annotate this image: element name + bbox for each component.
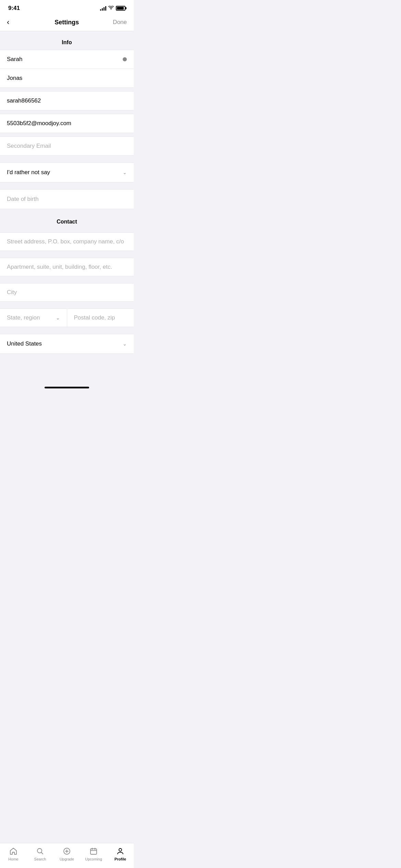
page-title: Settings bbox=[54, 19, 79, 26]
status-bar: 9:41 bbox=[0, 0, 134, 14]
zip-field[interactable] bbox=[67, 309, 134, 327]
first-name-field[interactable] bbox=[0, 50, 134, 69]
state-input[interactable] bbox=[7, 314, 56, 321]
last-name-field[interactable] bbox=[0, 69, 134, 88]
back-button[interactable]: ‹ bbox=[7, 18, 21, 27]
email-field[interactable] bbox=[0, 114, 134, 133]
zip-input[interactable] bbox=[74, 314, 127, 321]
username-field[interactable] bbox=[0, 91, 134, 110]
home-bar bbox=[45, 387, 89, 388]
state-chevron-icon: ⌄ bbox=[56, 315, 60, 321]
signal-icon bbox=[100, 6, 106, 11]
country-value: United States bbox=[7, 340, 42, 347]
street-address-field[interactable] bbox=[0, 232, 134, 251]
wifi-icon bbox=[108, 5, 114, 11]
secondary-email-field[interactable] bbox=[0, 136, 134, 156]
city-field[interactable] bbox=[0, 283, 134, 302]
info-section-header: Info bbox=[0, 31, 134, 50]
country-chevron-icon: ⌄ bbox=[123, 341, 127, 347]
email-input[interactable] bbox=[7, 120, 127, 127]
cursor-dot bbox=[123, 57, 127, 61]
first-name-input[interactable] bbox=[7, 56, 120, 63]
apt-field[interactable] bbox=[0, 258, 134, 276]
battery-icon bbox=[116, 6, 125, 11]
apt-input[interactable] bbox=[7, 264, 127, 270]
done-button[interactable]: Done bbox=[113, 19, 127, 26]
dob-placeholder: Date of birth bbox=[7, 196, 39, 202]
contact-section-header: Contact bbox=[0, 209, 134, 229]
gender-field[interactable]: I'd rather not say ⌄ bbox=[0, 162, 134, 182]
info-section-title: Info bbox=[62, 39, 72, 45]
scroll-content: Info I'd rather not say ⌄ Date of birth … bbox=[0, 31, 134, 385]
state-zip-row: ⌄ bbox=[0, 309, 134, 327]
svg-point-0 bbox=[111, 9, 111, 10]
contact-section-title: Contact bbox=[57, 219, 77, 225]
city-input[interactable] bbox=[7, 289, 127, 296]
state-field[interactable]: ⌄ bbox=[0, 309, 67, 327]
country-field[interactable]: United States ⌄ bbox=[0, 334, 134, 354]
username-input[interactable] bbox=[7, 97, 127, 104]
gender-chevron-icon: ⌄ bbox=[123, 170, 127, 175]
secondary-email-input[interactable] bbox=[7, 143, 127, 149]
status-time: 9:41 bbox=[8, 5, 20, 12]
nav-bar: ‹ Settings Done bbox=[0, 14, 134, 31]
street-address-input[interactable] bbox=[7, 238, 127, 245]
status-icons bbox=[100, 5, 125, 11]
last-name-input[interactable] bbox=[7, 75, 127, 82]
gender-value: I'd rather not say bbox=[7, 169, 50, 176]
dob-field[interactable]: Date of birth bbox=[0, 189, 134, 209]
